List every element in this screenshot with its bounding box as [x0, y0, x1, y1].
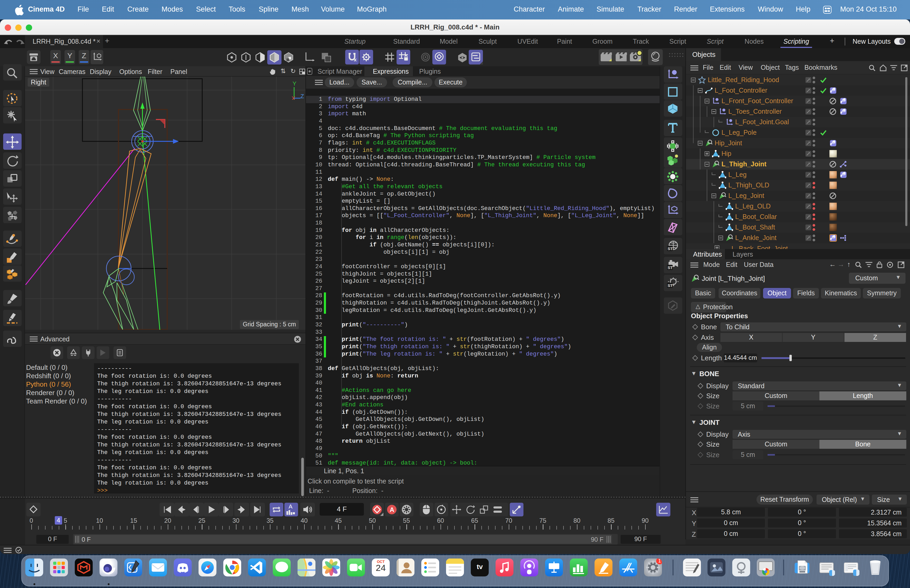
svg-text:ST: ST: [668, 265, 672, 270]
svg-text:A: A: [390, 506, 394, 513]
svg-text:ST: ST: [668, 246, 672, 251]
svg-text:X: X: [291, 95, 296, 100]
svg-text:Y: Y: [293, 81, 296, 87]
svg-text:ST: ST: [668, 283, 672, 288]
